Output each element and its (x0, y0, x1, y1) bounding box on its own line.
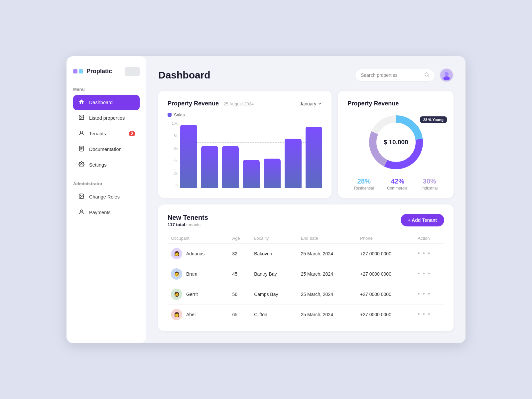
legend-dot (168, 113, 172, 117)
occupant-avatar: 👩 (171, 248, 182, 259)
logo-area: Proplatic (73, 67, 140, 76)
person-icon (78, 130, 85, 138)
occupant-avatar: 🧔 (171, 289, 182, 300)
main-nav: Dashboard Listed properties Tenants 2 (73, 95, 140, 173)
tenants-card: New Tenents 117 total tenants + Add Tena… (158, 204, 454, 331)
sidebar-item-label: Change Roles (89, 194, 120, 200)
sidebar-item-label: Listed properties (89, 115, 125, 121)
sidebar-item-settings[interactable]: Settings (73, 158, 140, 173)
tenants-subtitle: 117 total tenants (168, 222, 208, 227)
tenants-badge: 2 (129, 131, 135, 136)
cell-occupant: 🧔 Gerrit (168, 284, 229, 304)
bar-7 (306, 127, 323, 188)
occupant-name: Bram (186, 271, 197, 277)
col-end-date: End date (298, 233, 357, 244)
y-label: 4k (168, 159, 178, 163)
donut-chart-header: Property Revenue (347, 100, 444, 107)
settings-icon (78, 161, 85, 169)
cell-action[interactable]: • • • (414, 264, 444, 284)
sidebar-item-payments[interactable]: Payments (73, 205, 140, 220)
y-label: 10k (168, 121, 178, 125)
tenants-table: Occupant Age Locality End date Phone Act… (168, 233, 444, 325)
cell-locality: Clifton (251, 304, 298, 325)
col-action: Action (414, 233, 444, 244)
action-dots[interactable]: • • • (418, 291, 431, 297)
cell-age: 65 (229, 304, 251, 325)
page-header: Dashboard (158, 68, 454, 82)
donut-wrapper: $ 10,000 28 % Young (347, 112, 444, 172)
roles-icon (78, 193, 85, 201)
donut-chart-title: Property Revenue (347, 100, 399, 107)
commercial-pct: 42% (387, 178, 408, 185)
bar-5 (264, 159, 281, 188)
cell-phone: +27 0000 0000 (357, 243, 414, 264)
donut-stat-commercial: 42% Commercial (387, 178, 408, 191)
user-avatar[interactable] (440, 68, 454, 82)
tenants-unit: tenants (186, 222, 200, 227)
industrial-pct: 30% (421, 178, 438, 185)
action-dots[interactable]: • • • (418, 250, 431, 257)
cell-action[interactable]: • • • (414, 284, 444, 304)
bar-3 (222, 146, 239, 188)
cell-locality: Camps Bay (251, 284, 298, 304)
sidebar-item-listed-properties[interactable]: Listed properties (73, 111, 140, 126)
page-title: Dashboard (158, 69, 210, 81)
header-right (355, 68, 454, 82)
table-row: 👩 Abel 65 Clifton 25 March, 2024 +27 000… (168, 304, 444, 325)
sidebar-item-documentation[interactable]: Documentation (73, 142, 140, 157)
table-row: 👩 Adrianus 32 Bakoven 25 March, 2024 +27… (168, 243, 444, 264)
sidebar-item-change-roles[interactable]: Change Roles (73, 190, 140, 204)
add-tenant-button[interactable]: + Add Tenant (401, 214, 445, 226)
donut-stat-industrial: 30% Industrial (421, 178, 438, 191)
search-icon (424, 72, 429, 78)
table-body: 👩 Adrianus 32 Bakoven 25 March, 2024 +27… (168, 243, 444, 325)
bars-area (180, 121, 322, 188)
sidebar-item-label: Dashboard (89, 100, 113, 105)
tenants-title-group: New Tenents 117 total tenants (168, 214, 208, 227)
commercial-label: Commercial (387, 186, 408, 191)
svg-point-10 (80, 210, 82, 212)
cell-locality: Bakoven (251, 243, 298, 264)
month-selector[interactable]: January (300, 101, 322, 106)
bar-chart-card: Property Revenue 25 August 2024 January … (158, 91, 332, 198)
sidebar: Proplatic Menu Dashboard Listed properti… (66, 56, 146, 343)
tenants-title: New Tenents (168, 214, 208, 221)
cell-locality: Bantry Bay (251, 264, 298, 284)
bar-chart-header: Property Revenue 25 August 2024 January (168, 100, 322, 107)
sidebar-item-tenants[interactable]: Tenants 2 (73, 126, 140, 141)
search-bar[interactable] (355, 69, 435, 81)
cell-action[interactable]: • • • (414, 243, 444, 264)
action-dots[interactable]: • • • (418, 311, 431, 318)
donut-stats: 28% Residential 42% Commercial 30% Indus… (347, 178, 444, 191)
svg-point-11 (425, 72, 428, 76)
payments-icon (78, 209, 85, 216)
occupant-name: Gerrit (186, 292, 198, 297)
cell-occupant: 👩 Adrianus (168, 243, 229, 264)
action-dots[interactable]: • • • (418, 270, 431, 277)
sidebar-item-dashboard[interactable]: Dashboard (73, 95, 140, 110)
y-label: 8k (168, 134, 178, 138)
top-cards-row: Property Revenue 25 August 2024 January … (158, 91, 454, 198)
cell-phone: +27 0000 0000 (357, 264, 414, 284)
svg-point-14 (443, 76, 450, 80)
svg-point-2 (80, 131, 82, 133)
cell-age: 56 (229, 284, 251, 304)
search-input[interactable] (361, 72, 422, 78)
main-content: Dashboard Property Revenue (146, 56, 466, 343)
bar-chart-area: 0 2k 4k 6k 8k 10k (168, 121, 322, 188)
cell-phone: +27 0000 0000 (357, 304, 414, 325)
cell-occupant: 👨 Bram (168, 264, 229, 284)
cell-action[interactable]: • • • (414, 304, 444, 325)
table-row: 🧔 Gerrit 56 Camps Bay 25 March, 2024 +27… (168, 284, 444, 304)
cell-phone: +27 0000 0000 (357, 284, 414, 304)
donut-center: $ 10,000 (384, 139, 408, 146)
donut-chart-card: Property Revenue $ 10,000 (338, 91, 454, 198)
svg-line-12 (428, 75, 429, 76)
cell-end-date: 25 March, 2024 (298, 284, 357, 304)
sidebar-item-label: Tenants (89, 131, 106, 136)
bar-2 (201, 146, 218, 188)
residential-label: Residential (354, 186, 374, 191)
chart-legend: Sales (168, 112, 322, 117)
bar-4 (243, 160, 260, 188)
svg-point-7 (81, 163, 82, 165)
